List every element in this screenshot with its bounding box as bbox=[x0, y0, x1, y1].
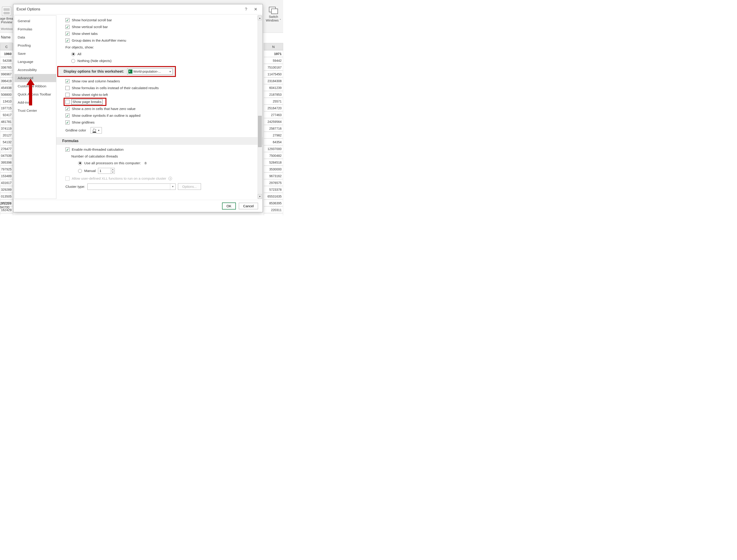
cell[interactable]: 24259564 bbox=[264, 118, 283, 125]
cell-header[interactable]: 1960 bbox=[0, 50, 13, 57]
opt-rtl[interactable]: Show sheet right-to-left bbox=[62, 91, 261, 98]
content-scrollbar[interactable]: ▲ ▼ bbox=[257, 15, 262, 199]
nav-proofing[interactable]: Proofing bbox=[14, 41, 56, 50]
ok-button[interactable]: OK bbox=[222, 203, 236, 209]
spinner-up-icon[interactable]: ▲ bbox=[111, 168, 114, 171]
cell[interactable]: 92417 bbox=[0, 111, 13, 118]
cell[interactable]: 9673162 bbox=[264, 172, 283, 179]
column-header[interactable]: N bbox=[264, 43, 283, 50]
checkbox-icon[interactable] bbox=[65, 120, 69, 124]
worksheet-combo[interactable]: World-population-... ▼ bbox=[127, 68, 172, 75]
cell[interactable]: 27982 bbox=[264, 132, 283, 138]
opt-page-breaks[interactable]: Show page breaks bbox=[64, 98, 106, 105]
opt-show-formulas[interactable]: Show formulas in cells instead of their … bbox=[62, 85, 261, 91]
scrollbar-track[interactable] bbox=[258, 20, 262, 194]
radio-icon[interactable] bbox=[78, 169, 82, 173]
cell[interactable]: 481781 bbox=[0, 118, 13, 125]
cell[interactable]: 996967 bbox=[0, 71, 13, 77]
cluster-type-combo[interactable]: ▼ bbox=[87, 183, 176, 190]
checkbox-icon[interactable] bbox=[65, 18, 69, 22]
opt-group-dates[interactable]: Group dates in the AutoFilter menu bbox=[62, 37, 261, 44]
gridline-color-picker[interactable]: ▼ bbox=[90, 127, 102, 133]
cell[interactable]: 277463 bbox=[264, 111, 283, 118]
opt-hscroll[interactable]: Show horizontal scroll bar bbox=[62, 17, 261, 24]
cell[interactable]: 23184308 bbox=[264, 77, 283, 84]
opt-outline[interactable]: Show outline symbols if an outline is ap… bbox=[62, 112, 261, 119]
nav-formulas[interactable]: Formulas bbox=[14, 25, 56, 33]
cell[interactable]: 13410 bbox=[0, 98, 13, 105]
nav-language[interactable]: Language bbox=[14, 58, 56, 66]
cell[interactable]: 395398 bbox=[0, 159, 13, 166]
nav-trust-center[interactable]: Trust Center bbox=[14, 107, 56, 115]
checkbox-icon[interactable] bbox=[65, 148, 69, 152]
cell[interactable]: 797925 bbox=[0, 166, 13, 172]
cell[interactable]: 54208 bbox=[0, 57, 13, 64]
cell[interactable]: 153489 bbox=[0, 172, 13, 179]
cell[interactable]: 3530000 bbox=[264, 166, 283, 172]
cell[interactable]: 6041239 bbox=[264, 84, 283, 91]
info-icon[interactable]: i bbox=[168, 177, 172, 180]
cell[interactable]: 11475450 bbox=[264, 71, 283, 77]
nav-accessibility[interactable]: Accessibility bbox=[14, 66, 56, 74]
nav-customize-ribbon[interactable]: Customize Ribbon bbox=[14, 82, 56, 90]
spinner-input[interactable] bbox=[98, 168, 111, 174]
radio-icon[interactable] bbox=[71, 59, 75, 63]
help-button[interactable]: ? bbox=[241, 6, 251, 13]
nav-save[interactable]: Save bbox=[14, 50, 56, 58]
cell[interactable]: 54132 bbox=[0, 138, 13, 145]
opt-use-all-processors[interactable]: Use all processors on this computer: 8 bbox=[62, 160, 261, 167]
cell[interactable]: 12937000 bbox=[264, 145, 283, 152]
checkbox-icon[interactable] bbox=[65, 93, 69, 97]
cell[interactable]: 25571 bbox=[264, 98, 283, 105]
checkbox-icon[interactable] bbox=[65, 100, 69, 104]
checkbox-icon[interactable] bbox=[65, 107, 69, 111]
checkbox-icon[interactable] bbox=[65, 38, 69, 43]
spinner-down-icon[interactable]: ▼ bbox=[111, 171, 114, 174]
radio-icon[interactable] bbox=[78, 161, 82, 165]
cell[interactable]: 75100167 bbox=[264, 64, 283, 71]
checkbox-icon[interactable] bbox=[65, 32, 69, 36]
cell[interactable]: 20127 bbox=[0, 132, 13, 138]
nav-data[interactable]: Data bbox=[14, 33, 56, 41]
cell[interactable]: 2587716 bbox=[264, 125, 283, 132]
cell[interactable]: 047539 bbox=[0, 152, 13, 159]
nav-quick-access[interactable]: Quick Access Toolbar bbox=[14, 90, 56, 98]
cell[interactable]: 329289 bbox=[0, 186, 13, 193]
cell[interactable]: 5284518 bbox=[264, 159, 283, 166]
cell[interactable]: 271210 bbox=[0, 201, 13, 205]
checkbox-icon[interactable] bbox=[65, 79, 69, 83]
cell[interactable]: 64354 bbox=[264, 138, 283, 145]
cell[interactable]: 7500482 bbox=[264, 152, 283, 159]
checkbox-icon[interactable] bbox=[65, 25, 69, 29]
checkbox-icon[interactable] bbox=[65, 86, 69, 90]
cell[interactable]: 2976575 bbox=[264, 179, 283, 186]
cell[interactable]: 94700 bbox=[0, 205, 13, 209]
cell[interactable]: 454938 bbox=[0, 84, 13, 91]
nav-advanced[interactable]: Advanced bbox=[14, 74, 56, 82]
ribbon-switch-windows[interactable]: Switch Windows ˅ bbox=[264, 7, 282, 22]
opt-objects-none[interactable]: Nothing (hide objects) bbox=[62, 57, 261, 64]
manual-thread-spinner[interactable]: ▲▼ bbox=[98, 168, 115, 174]
opt-sheet-tabs[interactable]: Show sheet tabs bbox=[62, 30, 261, 37]
column-header[interactable]: C bbox=[0, 43, 13, 50]
opt-manual-threads[interactable]: Manual ▲▼ bbox=[62, 167, 261, 175]
scroll-down-icon[interactable]: ▼ bbox=[258, 194, 262, 199]
ribbon-page-break-preview[interactable]: age Brea Preview bbox=[0, 7, 13, 24]
checkbox-icon[interactable] bbox=[65, 114, 69, 118]
cell-header[interactable]: 1971 bbox=[264, 50, 283, 57]
cancel-button[interactable]: Cancel bbox=[239, 203, 258, 209]
opt-zero[interactable]: Show a zero in cells that have zero valu… bbox=[62, 105, 261, 112]
close-button[interactable]: ✕ bbox=[251, 6, 260, 13]
cell[interactable]: 25164720 bbox=[264, 105, 283, 111]
cell[interactable]: 336765 bbox=[0, 64, 13, 71]
nav-general[interactable]: General bbox=[14, 17, 56, 25]
radio-icon[interactable] bbox=[71, 52, 75, 56]
opt-objects-all[interactable]: All bbox=[62, 51, 261, 57]
cell[interactable]: 013505 bbox=[0, 193, 13, 200]
scrollbar-thumb[interactable] bbox=[258, 116, 262, 147]
nav-addins[interactable]: Add-ins bbox=[14, 98, 56, 107]
scroll-up-icon[interactable]: ▲ bbox=[258, 16, 262, 20]
cell[interactable]: 65531635 bbox=[264, 193, 283, 200]
cell[interactable]: 5723378 bbox=[264, 186, 283, 193]
opt-multithread[interactable]: Enable multi-threaded calculation bbox=[62, 146, 261, 153]
